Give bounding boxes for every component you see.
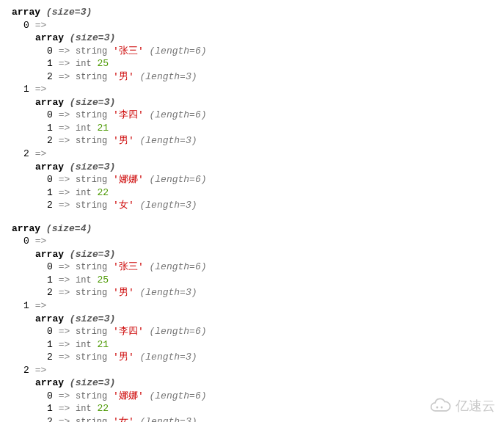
type-label: string <box>76 417 107 422</box>
arrow-icon: => <box>59 416 70 422</box>
type-label: string <box>76 175 107 185</box>
length-label: (length=3) <box>140 135 197 146</box>
array-key: 1 => <box>6 83 498 96</box>
entry-key: 1 <box>23 84 29 95</box>
entry-key: 2 <box>23 365 29 376</box>
int-value: 22 <box>97 403 109 414</box>
arrow-icon: => <box>59 352 70 363</box>
arrow-icon: => <box>35 148 47 159</box>
size-label: (size=3) <box>70 377 115 388</box>
arrow-icon: => <box>59 390 70 401</box>
entry-key: 1 <box>47 58 53 69</box>
length-label: (length=3) <box>140 287 197 298</box>
dump-entry: 2 => string '男' (length=3) <box>6 134 498 148</box>
type-array: array <box>12 223 40 234</box>
nested-array-header: array (size=3) <box>6 313 498 326</box>
dump-entry: 0 => string '娜娜' (length=6) <box>6 390 498 403</box>
watermark: 亿速云 <box>428 397 495 415</box>
entry-key: 2 <box>47 416 53 422</box>
dump-entry: 1 => int 21 <box>6 122 498 135</box>
type-label: string <box>76 200 107 211</box>
arrow-icon: => <box>59 261 70 272</box>
size-label: (size=4) <box>46 223 92 234</box>
entry-key: 0 <box>47 174 53 185</box>
size-label: (size=3) <box>70 97 115 108</box>
svg-point-0 <box>436 406 438 408</box>
entry-key: 0 <box>23 236 29 247</box>
size-label: (size=3) <box>70 161 115 172</box>
length-label: (length=6) <box>150 326 207 337</box>
arrow-icon: => <box>59 187 70 198</box>
entry-key: 1 <box>47 403 53 414</box>
dump-entry: 1 => int 21 <box>6 338 498 352</box>
type-array: array <box>35 249 64 260</box>
dump-entry: 0 => string '张三' (length=6) <box>6 45 498 58</box>
dump-entry: 1 => int 25 <box>6 57 498 70</box>
arrow-icon: => <box>59 287 70 298</box>
entry-key: 0 <box>47 326 53 337</box>
type-label: string <box>76 262 107 272</box>
int-value: 25 <box>97 58 109 69</box>
entry-key: 1 <box>23 300 29 311</box>
int-value: 21 <box>97 339 109 350</box>
type-label: string <box>76 327 107 337</box>
length-label: (length=3) <box>140 416 197 422</box>
string-value: '女' <box>113 416 134 422</box>
arrow-icon: => <box>59 274 70 285</box>
arrow-icon: => <box>59 71 70 82</box>
string-value: '李四' <box>113 326 144 337</box>
dump-entry: 2 => string '男' (length=3) <box>6 351 498 364</box>
type-array: array <box>35 97 64 108</box>
arrow-icon: => <box>35 20 47 31</box>
cloud-icon <box>428 398 453 414</box>
array-key: 2 => <box>6 364 498 377</box>
size-label: (size=3) <box>70 313 115 324</box>
entry-key: 1 <box>47 123 53 134</box>
type-label: string <box>76 46 107 57</box>
type-label: string <box>76 391 107 401</box>
type-label: int <box>76 275 92 285</box>
entry-key: 2 <box>23 148 29 159</box>
dump-entry: 2 => string '女' (length=3) <box>6 415 498 422</box>
dump-entry: 0 => string '李四' (length=6) <box>6 325 498 338</box>
size-label: (size=3) <box>46 7 92 18</box>
entry-key: 1 <box>47 339 53 350</box>
dump-entry: 0 => string '娜娜' (length=6) <box>6 173 498 186</box>
type-label: int <box>76 59 92 69</box>
length-label: (length=3) <box>140 352 197 363</box>
nested-array-header: array (size=3) <box>6 376 498 390</box>
type-label: string <box>76 352 107 363</box>
length-label: (length=3) <box>140 71 197 82</box>
entry-key: 0 <box>47 46 53 57</box>
string-value: '男' <box>113 135 134 146</box>
array-header: array (size=3) <box>6 6 498 19</box>
size-label: (size=3) <box>70 32 115 43</box>
arrow-icon: => <box>35 365 47 376</box>
arrow-icon: => <box>59 109 70 120</box>
svg-point-1 <box>441 406 443 408</box>
arrow-icon: => <box>59 403 70 414</box>
string-value: '娜娜' <box>113 174 144 185</box>
arrow-icon: => <box>59 174 70 185</box>
length-label: (length=6) <box>150 46 207 57</box>
entry-key: 2 <box>47 287 53 298</box>
entry-key: 0 <box>23 20 29 31</box>
entry-key: 0 <box>47 390 53 401</box>
string-value: '女' <box>113 200 134 211</box>
var-dump-block: array (size=3)0 => array (size=3)0 => st… <box>6 6 498 212</box>
type-label: string <box>76 72 107 82</box>
string-value: '张三' <box>113 261 144 272</box>
array-key: 0 => <box>6 19 498 32</box>
size-label: (size=3) <box>70 249 115 260</box>
type-label: int <box>76 123 92 134</box>
nested-array-header: array (size=3) <box>6 161 498 174</box>
string-value: '男' <box>113 352 134 363</box>
type-label: string <box>76 136 107 146</box>
dump-entry: 1 => int 22 <box>6 186 498 200</box>
arrow-icon: => <box>35 300 47 311</box>
arrow-icon: => <box>59 123 70 134</box>
type-array: array <box>35 377 64 388</box>
dump-entry: 0 => string '张三' (length=6) <box>6 261 498 274</box>
dump-entry: 2 => string '男' (length=3) <box>6 70 498 84</box>
watermark-text: 亿速云 <box>456 397 495 415</box>
